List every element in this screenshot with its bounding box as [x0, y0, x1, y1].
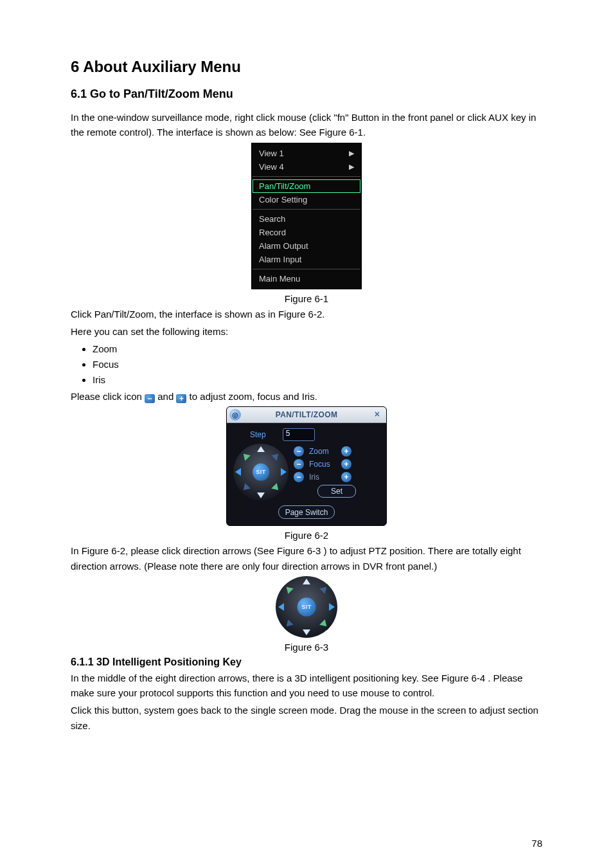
ptz-titlebar: ◎ PAN/TILT/ZOOM ×: [227, 407, 386, 423]
plus-icon[interactable]: +: [341, 459, 351, 469]
list-item: Iris: [93, 372, 542, 388]
text: Please click icon: [71, 391, 145, 402]
plus-icon: +: [176, 394, 186, 403]
sit-button[interactable]: SIT: [298, 597, 316, 616]
ptz-control-row: −Zoom+: [294, 446, 380, 457]
minus-icon[interactable]: −: [294, 459, 304, 469]
text: and: [157, 391, 176, 402]
context-menu-label: View 4: [259, 162, 284, 172]
minus-icon[interactable]: −: [294, 446, 304, 457]
bullet-list: ZoomFocusIris: [93, 341, 542, 388]
context-menu-item[interactable]: Main Menu: [253, 272, 360, 285]
plus-icon[interactable]: +: [341, 446, 351, 457]
minus-icon[interactable]: −: [294, 472, 304, 482]
context-menu-item[interactable]: View 1▶: [253, 147, 360, 160]
context-menu-label: Main Menu: [259, 274, 300, 284]
list-item: Focus: [93, 357, 542, 372]
close-icon[interactable]: ×: [372, 409, 382, 419]
context-menu-label: Search: [259, 214, 285, 224]
ptz-control-row: −Focus+: [294, 459, 380, 469]
text: to adjust zoom, focus and Iris.: [190, 391, 317, 402]
context-menu-item[interactable]: Color Setting: [253, 193, 360, 206]
context-menu-label: View 1: [259, 149, 284, 158]
context-menu-item[interactable]: Record: [253, 226, 360, 239]
paragraph: Click Pan/Tilt/Zoom, the interface is sh…: [71, 307, 542, 321]
paragraph: In the middle of the eight direction arr…: [71, 671, 542, 701]
context-menu-item[interactable]: Search: [253, 212, 360, 226]
arrow-right-icon[interactable]: [329, 603, 335, 611]
heading-3: 6.1.1 3D Intelligent Positioning Key: [71, 656, 542, 668]
arrow-up-icon[interactable]: [257, 446, 265, 452]
ptz-control-label: Iris: [309, 473, 336, 482]
figure-6-1: View 1▶View 4▶Pan/Tilt/ZoomColor Setting…: [71, 143, 542, 289]
context-menu-label: Alarm Output: [259, 241, 308, 251]
direction-pad[interactable]: SIT: [276, 576, 337, 638]
sit-button[interactable]: SIT: [253, 464, 269, 480]
context-menu[interactable]: View 1▶View 4▶Pan/Tilt/ZoomColor Setting…: [251, 143, 362, 289]
heading-2: 6.1 Go to Pan/Tilt/Zoom Menu: [71, 87, 542, 101]
step-row: Step 5: [227, 423, 386, 444]
context-menu-label: Pan/Tilt/Zoom: [259, 181, 310, 191]
context-menu-item[interactable]: View 4▶: [253, 160, 360, 174]
figure-6-2: ◎ PAN/TILT/ZOOM × Step 5: [71, 406, 542, 526]
minus-icon: −: [145, 394, 155, 403]
arrow-up-icon[interactable]: [303, 579, 310, 584]
ptz-set-row: Set: [294, 485, 380, 498]
arrow-left-icon[interactable]: [278, 603, 284, 611]
ptz-controls: −Zoom+−Focus+−Iris+Set: [294, 446, 380, 498]
ptz-control-row: −Iris+: [294, 472, 380, 482]
plus-icon[interactable]: +: [341, 472, 351, 482]
ptz-panel: ◎ PAN/TILT/ZOOM × Step 5: [226, 406, 387, 526]
set-button[interactable]: Set: [317, 485, 356, 498]
context-menu-item[interactable]: Alarm Input: [253, 253, 360, 266]
page-number: 78: [531, 838, 542, 849]
paragraph: Click this button, system goes back to t…: [71, 703, 542, 733]
context-menu-label: Color Setting: [259, 195, 307, 204]
arrow-left-icon[interactable]: [235, 468, 241, 476]
arrow-down-icon[interactable]: [257, 493, 265, 498]
paragraph: In the one-window surveillance mode, rig…: [71, 110, 542, 140]
figure-6-3: SIT: [71, 576, 542, 638]
context-menu-label: Alarm Input: [259, 255, 301, 264]
direction-pad[interactable]: SIT: [233, 444, 289, 500]
list-item: Zoom: [93, 341, 542, 357]
context-menu-item[interactable]: Alarm Output: [253, 239, 360, 253]
figure-caption: Figure 6-2: [71, 530, 542, 541]
ptz-control-label: Zoom: [309, 447, 336, 456]
ptz-title-text: PAN/TILT/ZOOM: [276, 410, 338, 419]
paragraph: In Figure 6-2, please click direction ar…: [71, 543, 542, 574]
arrow-right-icon[interactable]: [281, 468, 287, 476]
step-label: Step: [250, 430, 266, 439]
figure-caption: Figure 6-1: [71, 293, 542, 304]
context-menu-label: Record: [259, 228, 286, 237]
context-menu-item[interactable]: Pan/Tilt/Zoom: [253, 179, 360, 193]
submenu-arrow-icon: ▶: [349, 163, 354, 171]
figure-caption: Figure 6-3: [71, 642, 542, 653]
page-switch-button[interactable]: Page Switch: [278, 505, 335, 519]
paragraph: Here you can set the following items:: [71, 324, 542, 339]
document-page: 6 About Auxiliary Menu 6.1 Go to Pan/Til…: [0, 0, 613, 868]
arrow-down-icon[interactable]: [303, 629, 310, 635]
heading-1: 6 About Auxiliary Menu: [71, 58, 542, 76]
paragraph: Please click icon − and + to adjust zoom…: [71, 389, 542, 404]
ptz-logo-icon: ◎: [229, 409, 241, 420]
submenu-arrow-icon: ▶: [349, 149, 354, 158]
ptz-control-label: Focus: [309, 460, 336, 469]
step-input[interactable]: 5: [283, 428, 315, 441]
